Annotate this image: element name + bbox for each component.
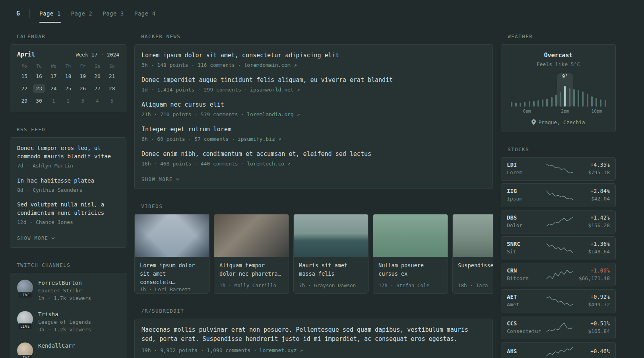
hackernews-show-more-button[interactable]: SHOW MORE (142, 177, 179, 182)
calendar-day-number: 21 (106, 72, 118, 80)
calendar-day[interactable]: 1 (46, 96, 61, 105)
stock-row[interactable]: IIG Ipsum +2.84% $42.04 (501, 183, 616, 207)
hackernews-item-domain-link[interactable]: loremdomain.com ↗ (244, 62, 297, 68)
stock-row[interactable]: DBS Dolor +1.42% $156.28 (501, 210, 616, 234)
hackernews-item-title[interactable]: Donec imperdiet augue tincidunt felis al… (142, 76, 486, 85)
calendar-day[interactable]: 15 (17, 71, 32, 81)
video-card[interactable]: Nullam posuere cursus ex 17h · Stefan Co… (373, 214, 448, 294)
video-title[interactable]: Nullam posuere cursus ex (378, 261, 442, 278)
channel-name[interactable]: ForrestBurton (38, 280, 91, 286)
calendar-day[interactable]: 3 (76, 96, 90, 105)
calendar-header: April Week 17 · 2024 (17, 51, 119, 58)
video-meta: 1h · Molly Carrillo (219, 282, 283, 288)
stock-row[interactable]: SNRC Sit +1.36% $148.64 (501, 236, 616, 260)
hackernews-item-domain-link[interactable]: loremlandia.org ↗ (247, 111, 300, 117)
stock-price: $66,171.48 (576, 274, 610, 282)
rss-widget: RSS FEED Donec tempor eros leo, ut commo… (10, 126, 126, 248)
weekday-label: We (46, 64, 61, 71)
stock-ticker: AHS (507, 348, 543, 354)
calendar-day[interactable]: 30 (32, 96, 47, 105)
calendar-day[interactable]: 17 (46, 71, 61, 81)
stock-row[interactable]: CCS Consectetur +0.51% $165.84 (501, 316, 616, 340)
hackernews-item-domain-link[interactable]: ipsumify.biz ↗ (238, 136, 281, 142)
calendar-day[interactable]: 21 (105, 71, 119, 81)
calendar-day[interactable]: 22 (17, 84, 32, 93)
stock-row[interactable]: AET Amet +0.92% $499.72 (501, 289, 616, 313)
stock-row[interactable]: LDI Lorem +4.35% $795.18 (501, 157, 616, 181)
video-title[interactable]: Mauris sit amet massa felis (299, 261, 363, 278)
weekday-label: Sa (90, 64, 105, 71)
top-navigation: G Page 1Page 2Page 3Page 4 (0, 0, 644, 27)
page-tab[interactable]: Page 2 (71, 8, 93, 19)
calendar-day[interactable]: 16 (32, 71, 47, 81)
video-thumbnail[interactable] (294, 214, 368, 257)
stock-name: Amet (507, 301, 543, 309)
calendar-day[interactable]: 28 (105, 84, 119, 93)
calendar-day-number: 29 (19, 97, 31, 105)
hackernews-card: Lorem ipsum dolor sit amet, consectetur … (134, 44, 493, 189)
weather-location[interactable]: Prague, Czechia (507, 119, 610, 125)
video-title[interactable]: Suspendisse diam (458, 261, 493, 270)
calendar-day[interactable]: 19 (76, 71, 90, 81)
video-thumbnail[interactable] (135, 214, 209, 257)
video-card[interactable]: Lorem ipsum dolor sit amet consectetu… 1… (134, 214, 209, 294)
calendar-day[interactable]: 25 (61, 84, 76, 93)
rss-item-title[interactable]: Donec tempor eros leo, ut commodo mauris… (17, 144, 119, 161)
twitch-widget: TWITCH CHANNELS LIVE ForrestBurton Count… (10, 262, 126, 358)
calendar-day[interactable]: 2 (61, 96, 76, 105)
channel-game: Counter-Strike (38, 287, 91, 295)
calendar-day[interactable]: 29 (17, 96, 32, 105)
calendar-day[interactable]: 4 (90, 96, 105, 105)
calendar-day[interactable]: 26 (76, 84, 90, 93)
hackernews-item-title[interactable]: Donec enim nibh, condimentum et accumsan… (142, 150, 486, 159)
stock-name: Dolor (507, 222, 543, 230)
subreddit-post-title[interactable]: Maecenas mollis pulvinar erat non posuer… (142, 325, 486, 343)
hackernews-item: Integer eget rutrum lorem 6h · 60 points… (142, 125, 486, 143)
video-card[interactable]: Aliquam tempor dolor nec pharetra… 1h · … (214, 214, 289, 294)
calendar-day[interactable]: 20 (90, 71, 105, 81)
stock-change-percent: +4.35% (576, 161, 610, 168)
location-pin-icon (531, 119, 536, 125)
rss-show-more-button[interactable]: SHOW MORE (17, 235, 55, 241)
video-thumbnail[interactable] (373, 214, 448, 257)
rss-item-title[interactable]: In hac habitasse platea (17, 177, 119, 185)
hackernews-item-domain-link[interactable]: ipsumworld.net ↗ (250, 87, 300, 93)
video-thumbnail[interactable] (453, 214, 493, 257)
calendar-day-number: 16 (33, 72, 45, 80)
twitch-card: LIVE ForrestBurton Counter-Strike 1h · 1… (10, 273, 126, 358)
video-title[interactable]: Aliquam tempor dolor nec pharetra… (219, 261, 283, 278)
calendar-day-number: 25 (62, 84, 74, 93)
channel-name[interactable]: Trisha (38, 311, 91, 317)
channel-name[interactable]: KendallCarr (38, 342, 75, 349)
calendar-day[interactable]: 18 (61, 71, 76, 81)
calendar-day[interactable]: 23 (32, 84, 47, 93)
logo[interactable]: G (16, 10, 20, 17)
hackernews-item-title[interactable]: Lorem ipsum dolor sit amet, consectetur … (142, 51, 486, 60)
video-card[interactable]: Mauris sit amet massa felis 7h · Grayson… (293, 214, 369, 294)
stock-change-percent: +0.92% (576, 294, 610, 300)
rss-item-title[interactable]: Sed volutpat nulla nisl, a condimentum n… (17, 200, 119, 217)
video-thumbnail[interactable] (214, 214, 289, 257)
stock-identity: SNRC Sit (507, 241, 543, 256)
page-tabs: Page 1Page 2Page 3Page 4 (39, 8, 155, 19)
calendar-day[interactable]: 24 (46, 84, 61, 93)
stock-row[interactable]: CRN Bitcorn -1.00% $66,171.48 (501, 263, 616, 287)
stock-row[interactable]: AHS +0.46% (501, 342, 616, 358)
page-tab[interactable]: Page 4 (134, 8, 156, 19)
twitch-channel-item[interactable]: LIVE Trisha League of Legends 3h · 1.2k … (17, 311, 119, 334)
twitch-channel-item[interactable]: LIVE KendallCarr (17, 342, 119, 358)
page-tab[interactable]: Page 1 (39, 8, 61, 19)
stock-ticker: AET (507, 294, 543, 300)
hackernews-item-title[interactable]: Integer eget rutrum lorem (142, 125, 486, 134)
stock-ticker: CRN (507, 267, 543, 274)
calendar-day[interactable]: 27 (90, 84, 105, 93)
video-info: Aliquam tempor dolor nec pharetra… 1h · … (214, 257, 289, 293)
hackernews-item-title[interactable]: Aliquam nec cursus elit (142, 100, 486, 109)
video-card[interactable]: Suspendisse diam 18h · Tara (452, 214, 493, 294)
hackernews-item-domain-link[interactable]: loremtech.co ↗ (247, 161, 291, 167)
page-tab[interactable]: Page 3 (103, 8, 124, 19)
calendar-day[interactable]: 5 (105, 96, 119, 105)
subreddit-post-domain-link[interactable]: loremnet.xyz ↗ (260, 347, 303, 353)
video-title[interactable]: Lorem ipsum dolor sit amet consectetu… (140, 261, 204, 286)
twitch-channel-item[interactable]: LIVE ForrestBurton Counter-Strike 1h · 1… (17, 280, 119, 302)
